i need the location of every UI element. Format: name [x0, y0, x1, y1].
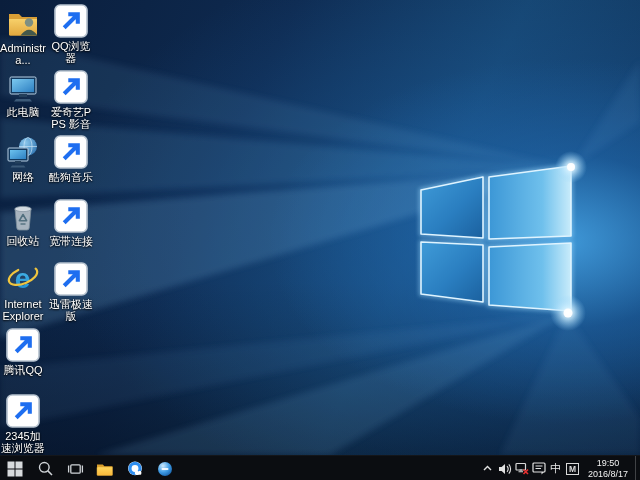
desktop-icon-label: 腾讯QQ — [0, 364, 46, 376]
shortcut-arrow-badge — [54, 262, 88, 296]
desktop-icon-kugou[interactable]: K 酷狗音乐 — [48, 135, 94, 183]
qq-browser-icon — [54, 4, 88, 38]
shortcut-arrow-badge — [54, 4, 88, 38]
broadband-connection-icon — [54, 199, 88, 233]
desktop-icon-label: Administra... — [0, 42, 46, 66]
thunder-bird-icon — [54, 262, 88, 296]
desktop-icon-tencent-qq[interactable]: 腾讯QQ — [0, 328, 46, 376]
desktop-icon-recycle-bin[interactable]: 回收站 — [0, 199, 46, 247]
show-desktop-button[interactable] — [635, 456, 640, 480]
kugou-music-icon: K — [54, 135, 88, 169]
shortcut-arrow-badge — [54, 70, 88, 104]
desktop-icon-2345-browser[interactable]: e 2345加速浏览器 — [0, 394, 46, 454]
taskbar-clock[interactable]: 19:50 2016/8/17 — [581, 456, 635, 480]
magnifier-icon — [38, 461, 53, 476]
desktop-icon-label: 酷狗音乐 — [48, 171, 94, 183]
taskbar-empty-area — [180, 456, 479, 480]
svg-text:e: e — [15, 263, 31, 294]
2345-browser-taskbar-button[interactable] — [150, 456, 180, 480]
desktop-icon-label: 2345加速浏览器 — [0, 430, 46, 454]
user-folder-icon — [6, 6, 40, 40]
desktop-icon-network[interactable]: 网络 — [0, 135, 46, 183]
start-button[interactable] — [0, 456, 30, 480]
network-disconnected-icon — [515, 462, 529, 475]
desktop-icon-qq-browser[interactable]: QQ浏览器 — [48, 4, 94, 64]
2345-browser-icon: e — [6, 394, 40, 428]
shortcut-arrow-badge — [54, 135, 88, 169]
desktop-icon-label: 此电脑 — [0, 106, 46, 118]
desktop-icon-label: 回收站 — [0, 235, 46, 247]
desktop-icon-thunder[interactable]: 迅雷极速版 — [48, 262, 94, 322]
blue-sphere-icon — [157, 461, 173, 477]
search-button[interactable] — [30, 456, 60, 480]
network-tray-button[interactable] — [513, 456, 530, 480]
task-view-button[interactable] — [60, 456, 90, 480]
volume-icon — [498, 463, 512, 475]
chevron-up-icon — [482, 463, 493, 474]
ime-mode-indicator[interactable]: M — [564, 456, 581, 480]
qq-penguin-icon — [6, 328, 40, 362]
desktop-icon-administrator[interactable]: Administra... — [0, 6, 46, 66]
desktop-icon-internet-explorer[interactable]: e Internet Explorer — [0, 262, 46, 322]
clock-date: 2016/8/17 — [588, 469, 628, 480]
recycle-bin-icon — [6, 199, 40, 233]
taskbar: 中 M 19:50 2016/8/17 — [0, 455, 640, 480]
windows-logo-icon — [7, 461, 23, 477]
action-center-icon — [532, 462, 546, 475]
file-explorer-button[interactable] — [90, 456, 120, 480]
qq-browser-icon — [126, 460, 144, 478]
iqiyi-pps-icon: iQIYI — [54, 70, 88, 104]
tray-expand-button[interactable] — [479, 456, 496, 480]
ime-mode-label: M — [566, 463, 578, 475]
clock-time: 19:50 — [597, 458, 620, 469]
desktop-icon-label: 迅雷极速版 — [48, 298, 94, 322]
shortcut-arrow-badge — [6, 394, 40, 428]
task-view-icon — [67, 462, 84, 476]
desktop: Administra... QQ浏览器 — [0, 0, 640, 455]
action-center-button[interactable] — [530, 456, 547, 480]
windows-hero-wallpaper — [0, 0, 640, 455]
qq-browser-taskbar-button[interactable] — [120, 456, 150, 480]
computer-monitor-icon — [6, 70, 40, 104]
shortcut-arrow-badge — [6, 328, 40, 362]
internet-explorer-icon: e — [6, 262, 40, 296]
volume-tray-button[interactable] — [496, 456, 513, 480]
desktop-icon-label: 爱奇艺PPS 影音 — [48, 106, 94, 130]
desktop-icon-label: 网络 — [0, 171, 46, 183]
desktop-icon-label: QQ浏览器 — [48, 40, 94, 64]
shortcut-arrow-badge — [54, 199, 88, 233]
desktop-icon-label: 宽带连接 — [48, 235, 94, 247]
ime-language-indicator[interactable]: 中 — [547, 456, 564, 480]
desktop-icon-iqiyi-pps[interactable]: iQIYI 爱奇艺PPS 影音 — [48, 70, 94, 130]
desktop-icon-label: Internet Explorer — [0, 298, 46, 322]
network-globe-icon — [6, 135, 40, 169]
desktop-icon-this-pc[interactable]: 此电脑 — [0, 70, 46, 118]
ime-language-label: 中 — [550, 463, 561, 474]
desktop-icon-broadband[interactable]: 宽带连接 — [48, 199, 94, 247]
folder-icon — [96, 461, 114, 477]
